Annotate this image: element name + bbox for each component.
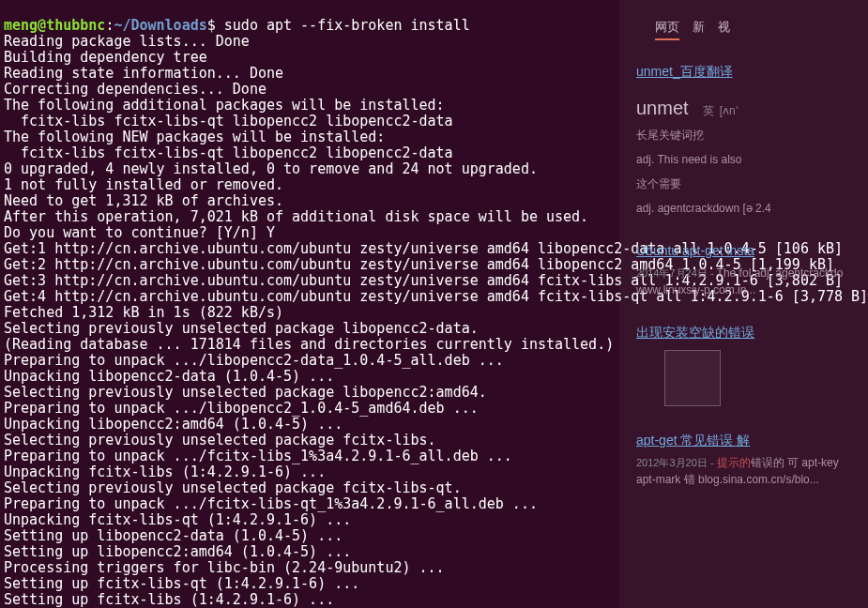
output-line: Selecting previously unselected package … (4, 432, 436, 448)
result-snippet: 2014年7月24日 - The fol adj. agentcrackdo w… (636, 265, 860, 298)
output-line: Unpacking fcitx-libs-qt (1:4.2.9.1-6) ..… (4, 511, 351, 528)
output-line: Preparing to unpack .../fcitx-libs_1%3a4… (4, 448, 512, 464)
output-line: 1 not fully installed or removed. (4, 176, 283, 193)
tab-video[interactable]: 视 (718, 19, 730, 40)
output-line: (Reading database ... 171814 files and d… (4, 336, 614, 353)
output-line: The following additional packages will b… (4, 97, 445, 114)
output-line: Preparing to unpack .../libopencc2_1.0.4… (4, 400, 479, 417)
output-line: After this operation, 7,021 kB of additi… (4, 208, 588, 225)
meta-line: adj. This need is also (627, 151, 860, 168)
output-line: Setting up libopencc2:amd64 (1.0.4-5) ..… (4, 543, 351, 560)
browser-panel: 网页 新 视 unmet_百度翻译 unmet 英 [ʌnˈ 长尾关键词挖 ad… (619, 0, 868, 608)
result-thumbnail (664, 350, 721, 406)
search-result: 出现安装空缺的错误 (627, 325, 860, 406)
search-result: Ubuntu apt-get insta 2014年7月24日 - The fo… (627, 243, 860, 298)
command-text: sudo apt --fix-broken install (224, 17, 470, 34)
output-line: Reading package lists... Done (4, 33, 250, 50)
tab-web[interactable]: 网页 (655, 19, 679, 40)
output-line: Fetched 1,312 kB in 1s (822 kB/s) (4, 304, 283, 321)
output-line: 0 upgraded, 4 newly installed, 0 to remo… (4, 160, 538, 177)
meta-line: adj. agentcrackdown [ə 2.4 (627, 200, 860, 217)
output-line: Selecting previously unselected package … (4, 320, 479, 337)
output-line: Unpacking fcitx-libs (1:4.2.9.1-6) ... (4, 464, 326, 480)
output-line: The following NEW packages will be insta… (4, 129, 385, 145)
output-line: Setting up fcitx-libs-qt (1:4.2.9.1-6) .… (4, 575, 359, 592)
result-snippet: 2012年3月20日 - 提示的错误的 可 apt-key apt-mark 错… (636, 454, 860, 488)
translation-title: unmet 英 [ʌnˈ (627, 100, 860, 119)
output-line: Unpacking libopencc2-data (1.0.4-5) ... (4, 368, 334, 385)
result-link[interactable]: 出现安装空缺的错误 (636, 325, 860, 341)
output-line: Processing triggers for libc-bin (2.24-9… (4, 559, 445, 576)
prompt-path: ~/Downloads (114, 17, 206, 34)
output-line: Correcting dependencies... Done (4, 81, 266, 98)
terminal-output[interactable]: meng@thubbnc:~/Downloads$ sudo apt --fix… (0, 0, 619, 608)
tab-news[interactable]: 新 (693, 19, 705, 40)
prompt-sep2: $ (207, 17, 224, 34)
output-line: Do you want to continue? [Y/n] Y (4, 224, 275, 241)
output-line: Setting up libopencc2-data (1.0.4-5) ... (4, 527, 343, 544)
output-line: Building dependency tree (4, 49, 207, 66)
result-link[interactable]: apt-get 常见错误 解 (636, 433, 860, 448)
meta-line: 这个需要 (627, 175, 860, 192)
output-line: Need to get 1,312 kB of archives. (4, 192, 283, 209)
prompt-user: meng@thubbnc (4, 17, 105, 34)
search-tabs: 网页 新 视 (627, 19, 860, 40)
output-line: Selecting previously unselected package … (4, 384, 487, 401)
search-result-link[interactable]: unmet_百度翻译 (627, 64, 860, 80)
output-line: fcitx-libs fcitx-libs-qt libopencc2 libo… (4, 144, 453, 161)
output-line: fcitx-libs fcitx-libs-qt libopencc2 libo… (4, 113, 453, 129)
output-line: Selecting previously unselected package … (4, 479, 462, 496)
search-result: apt-get 常见错误 解 2012年3月20日 - 提示的错误的 可 apt… (627, 433, 860, 488)
meta-line: 长尾关键词挖 (627, 127, 860, 144)
output-line: Reading state information... Done (4, 65, 283, 82)
output-line: Preparing to unpack .../fcitx-libs-qt_1%… (4, 495, 538, 512)
output-line: Setting up fcitx-libs (1:4.2.9.1-6) ... (4, 591, 334, 608)
result-link[interactable]: Ubuntu apt-get insta (636, 243, 860, 259)
output-line: Preparing to unpack .../libopencc2-data_… (4, 352, 504, 369)
output-line: Unpacking libopencc2:amd64 (1.0.4-5) ... (4, 416, 343, 433)
